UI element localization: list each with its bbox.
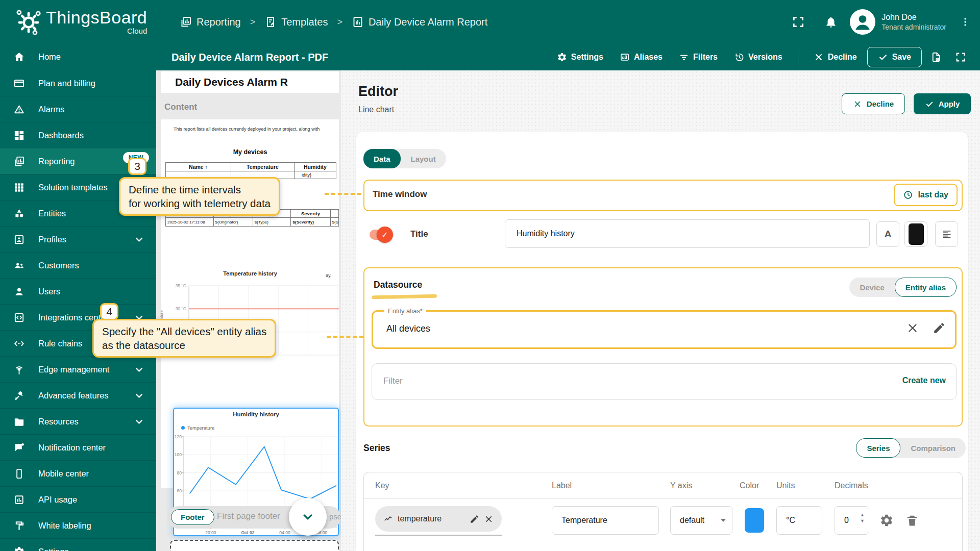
notifications-bell-icon[interactable]: [824, 15, 838, 29]
create-new-filter-link[interactable]: Create new: [902, 376, 946, 385]
title-color-button[interactable]: [904, 221, 927, 247]
callout-3: Define the time intervals for working wi…: [119, 177, 280, 216]
edit-key-icon[interactable]: [470, 514, 479, 524]
customers-icon: [13, 260, 25, 271]
title-toggle[interactable]: ✓: [369, 228, 393, 241]
edit-entity-alias-icon[interactable]: [933, 321, 946, 335]
alarms-icon: [13, 104, 25, 115]
series-color-swatch[interactable]: [745, 508, 764, 533]
breadcrumb-item-reporting[interactable]: Reporting: [180, 16, 241, 28]
sidebar-item-alarms[interactable]: Alarms: [0, 96, 156, 122]
series-settings-icon[interactable]: [879, 513, 894, 528]
tab-layout[interactable]: Layout: [401, 149, 446, 168]
template-toolbar: Daily Device Alarm Report - PDF Settings…: [156, 44, 980, 70]
series-decimals-input[interactable]: 0 ▲▼: [835, 506, 869, 535]
sidebar-item-label: Home: [38, 52, 61, 62]
breadcrumb-item-daily-device-alarm-report[interactable]: Daily Device Alarm Report: [352, 16, 487, 28]
sidebar-item-plan-and-billing[interactable]: Plan and billing: [0, 70, 156, 96]
toolbar-settings-button[interactable]: Settings: [551, 48, 609, 66]
tab-data[interactable]: Data: [363, 149, 401, 168]
editor-decline-button[interactable]: Decline: [842, 93, 905, 114]
sidebar-item-mobile-center[interactable]: Mobile center: [0, 460, 156, 486]
sidebar-item-label: Users: [38, 287, 60, 296]
toolbar-decline-button[interactable]: Decline: [807, 48, 863, 66]
sidebar-item-label: Entities: [38, 209, 66, 218]
series-units-input[interactable]: °C: [776, 506, 822, 535]
toolbar-save-button[interactable]: Save: [867, 47, 922, 67]
devices-col-header: Humidity: [295, 163, 336, 171]
chevron-down-icon: [133, 390, 145, 402]
series-label-input[interactable]: Temperature: [552, 506, 659, 535]
sidebar-item-label: Rule chains: [38, 339, 82, 348]
sidebar-item-users[interactable]: Users: [0, 278, 156, 304]
toolbar-filters-button[interactable]: Filters: [673, 48, 724, 66]
home-icon: [13, 51, 25, 63]
sidebar-item-api-usage[interactable]: API usage: [0, 486, 156, 512]
report-intro-text: This report lists all devices currently …: [174, 127, 337, 132]
sidebar-item-customers[interactable]: Customers: [0, 252, 156, 278]
footer-dropzone[interactable]: [170, 540, 339, 551]
avatar[interactable]: [850, 9, 875, 35]
sidebar-item-white-labeling[interactable]: White labeling: [0, 512, 156, 538]
series-yaxis-select[interactable]: default: [670, 506, 732, 535]
close-icon: [814, 52, 824, 62]
sidebar-item-home[interactable]: Home: [0, 44, 156, 70]
toolbar-aliases-button[interactable]: Aliases: [614, 48, 669, 66]
breadcrumb-item-templates[interactable]: Templates: [264, 16, 328, 28]
toggle-device[interactable]: Device: [849, 278, 894, 297]
brand-name: ThingsBoard: [46, 7, 147, 28]
alarms-col-header: [330, 210, 339, 218]
key-field-underline: [375, 535, 502, 536]
generate-report-icon[interactable]: [926, 47, 946, 67]
sidebar-item-label: Resources: [38, 417, 79, 427]
svg-text:35 °C: 35 °C: [176, 283, 186, 288]
editor-card: Data Layout Time window last day ✓ Title: [356, 132, 968, 551]
humidity-chart-title: Humidity history: [174, 411, 338, 417]
callout-3-badge: 3: [128, 158, 146, 175]
toolbar-versions-button[interactable]: Versions: [728, 48, 789, 66]
title-align-button[interactable]: [935, 221, 958, 247]
sidebar-item-advanced-features[interactable]: Advanced features: [0, 382, 156, 408]
fullscreen-icon[interactable]: [792, 15, 805, 29]
sidebar-item-label: Settings: [38, 547, 69, 551]
top-header: ThingsBoard Cloud Reporting>Templates>Da…: [0, 0, 980, 44]
sidebar-item-edge-management[interactable]: Edge management: [0, 356, 156, 382]
series-key-chip[interactable]: temperature: [375, 506, 502, 532]
sidebar-item-profiles[interactable]: Profiles: [0, 226, 156, 252]
toggle-comparison[interactable]: Comparison: [900, 438, 966, 458]
clear-entity-alias-icon[interactable]: [906, 321, 919, 335]
more-menu-icon[interactable]: [960, 15, 971, 29]
series-delete-icon[interactable]: [905, 513, 919, 528]
preview-page-body[interactable]: This report lists all devices currently …: [161, 119, 339, 488]
editor-apply-button[interactable]: Apply: [914, 93, 971, 114]
remove-key-icon[interactable]: [484, 514, 494, 524]
sidebar-item-notification-center[interactable]: Notification center: [0, 434, 156, 460]
toggle-check-icon: ✓: [377, 227, 393, 243]
filter-field[interactable]: Filter Create new: [372, 363, 957, 400]
sidebar-item-label: Plan and billing: [38, 79, 95, 88]
expand-icon[interactable]: [950, 47, 971, 67]
thingsboard-logo[interactable]: ThingsBoard Cloud: [14, 7, 147, 36]
collapse-preview-button[interactable]: [289, 498, 327, 536]
filter-label: Filter: [383, 376, 403, 386]
toggle-series[interactable]: Series: [856, 438, 900, 458]
series-col-color: Color: [740, 481, 759, 490]
align-icon: [941, 229, 952, 240]
sidebar-item-settings[interactable]: Settings: [0, 538, 156, 551]
users-icon: [13, 286, 25, 297]
time-window-button[interactable]: last day: [894, 184, 958, 206]
toggle-entity-alias[interactable]: Entity alias: [895, 278, 957, 297]
title-font-button[interactable]: A: [876, 221, 899, 247]
title-input[interactable]: [505, 219, 870, 248]
sidebar-item-dashboards[interactable]: Dashboards: [0, 122, 156, 148]
brand-sub: Cloud: [46, 27, 147, 35]
datasource-card: Datasource Device Entity alias Entity al…: [363, 267, 963, 427]
chevron-down-icon: [133, 234, 145, 245]
humidity-chart-legend: Temperature: [181, 425, 214, 431]
sidebar-item-resources[interactable]: Resources: [0, 408, 156, 434]
edge-icon: [13, 364, 25, 375]
entity-alias-field[interactable]: Entity alias* All devices: [372, 310, 957, 349]
svg-text:100: 100: [175, 452, 182, 457]
footer-chip[interactable]: Footer: [171, 509, 214, 525]
decimals-stepper[interactable]: ▲▼: [860, 513, 865, 523]
